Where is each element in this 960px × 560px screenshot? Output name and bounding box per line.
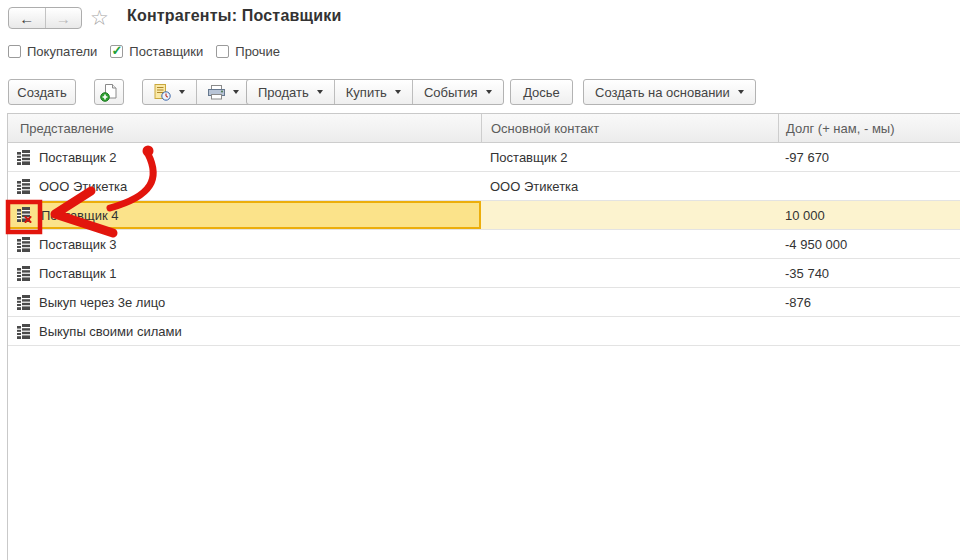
history-nav: ← → [8, 7, 82, 29]
company-icon [17, 324, 30, 339]
cell-presentation[interactable]: Выкуп через 3е лицо [8, 288, 481, 316]
cell-debt[interactable] [778, 317, 960, 345]
back-button[interactable]: ← [9, 8, 46, 28]
chevron-down-icon [179, 90, 185, 94]
filter-suppliers[interactable]: ✓ Поставщики [110, 44, 203, 59]
create-based-on-group: Создать на основании [583, 79, 756, 105]
company-icon [17, 179, 30, 194]
row-name: Поставщик 3 [39, 237, 117, 252]
report-document-icon [154, 84, 171, 101]
filter-label: Прочие [235, 44, 280, 59]
filter-others[interactable]: Прочие [216, 44, 280, 59]
cell-presentation[interactable]: ООО Этикетка [8, 172, 481, 200]
new-group-icon [100, 83, 118, 102]
create-group-button[interactable] [94, 79, 124, 105]
row-name: Поставщик 1 [39, 266, 117, 281]
cell-main-contact[interactable]: ООО Этикетка [481, 172, 778, 200]
company-marked-for-deletion-icon [17, 207, 32, 223]
table-header: Представление Основной контакт Долг (+ н… [8, 114, 960, 143]
create-based-on-label: Создать на основании [595, 85, 730, 100]
cell-debt[interactable]: -4 950 000 [778, 230, 960, 258]
reports-print-group [142, 79, 251, 105]
forward-button[interactable]: → [46, 8, 82, 28]
cell-presentation[interactable]: Поставщик 3 [8, 230, 481, 258]
row-name: Выкупы своими силами [39, 324, 182, 339]
table-row[interactable]: Выкуп через 3е лицо -876 [8, 288, 960, 317]
row-debt: -97 670 [785, 150, 829, 165]
row-debt: -35 740 [785, 266, 829, 281]
buy-dropdown-button[interactable]: Купить [335, 80, 413, 104]
chevron-down-icon [738, 90, 744, 94]
create-based-on-button[interactable]: Создать на основании [584, 80, 755, 104]
cell-debt[interactable]: -97 670 [778, 143, 960, 171]
counterparties-table: Представление Основной контакт Долг (+ н… [7, 113, 960, 560]
checkbox-unchecked-icon[interactable] [8, 45, 21, 58]
cell-main-contact[interactable]: Поставщик 2 [481, 143, 778, 171]
print-icon [208, 85, 225, 100]
buy-label: Купить [346, 85, 387, 100]
cell-debt[interactable]: 10 000 [778, 201, 960, 229]
reports-dropdown-button[interactable] [143, 80, 197, 104]
actions-group: Продать Купить События [246, 79, 504, 105]
favorite-star-icon[interactable]: ☆ [90, 5, 109, 30]
cell-presentation-current[interactable]: Поставщик 4 [8, 201, 481, 229]
row-name: ООО Этикетка [39, 179, 127, 194]
filter-label: Поставщики [129, 44, 203, 59]
chevron-down-icon [395, 90, 401, 94]
table-row-selected[interactable]: Поставщик 4 10 000 [8, 201, 960, 230]
checkbox-unchecked-icon[interactable] [216, 45, 229, 58]
events-dropdown-button[interactable]: События [413, 80, 503, 104]
back-arrow-icon: ← [19, 11, 34, 26]
sell-label: Продать [258, 85, 309, 100]
chevron-down-icon [233, 90, 239, 94]
company-icon [17, 150, 30, 165]
cell-presentation[interactable]: Поставщик 1 [8, 259, 481, 287]
column-header-debt[interactable]: Долг (+ нам, - мы) [778, 114, 960, 142]
filter-buyers[interactable]: Покупатели [8, 44, 97, 59]
filter-label: Покупатели [27, 44, 97, 59]
company-icon [17, 266, 30, 281]
cell-debt[interactable]: -876 [778, 288, 960, 316]
row-debt: -4 950 000 [785, 237, 847, 252]
dossier-button[interactable]: Досье [510, 79, 573, 105]
page-title: Контрагенты: Поставщики [127, 7, 342, 25]
company-icon [17, 295, 30, 310]
row-name: Поставщик 2 [39, 150, 117, 165]
row-debt: 10 000 [785, 208, 825, 223]
table-row[interactable]: Выкупы своими силами [8, 317, 960, 346]
table-row[interactable]: Поставщик 2 Поставщик 2 -97 670 [8, 143, 960, 172]
create-button[interactable]: Создать [8, 79, 76, 105]
row-contact: ООО Этикетка [490, 179, 578, 194]
sell-dropdown-button[interactable]: Продать [247, 80, 335, 104]
cell-debt[interactable] [778, 172, 960, 200]
row-contact: Поставщик 2 [490, 150, 568, 165]
table-row[interactable]: Поставщик 1 -35 740 [8, 259, 960, 288]
column-header-main-contact[interactable]: Основной контакт [481, 114, 778, 142]
row-name: Выкуп через 3е лицо [39, 295, 165, 310]
cell-presentation[interactable]: Поставщик 2 [8, 143, 481, 171]
cell-main-contact[interactable] [481, 259, 778, 287]
cell-main-contact[interactable] [481, 201, 778, 229]
cell-main-contact[interactable] [481, 288, 778, 316]
table-row[interactable]: Поставщик 3 -4 950 000 [8, 230, 960, 259]
column-header-presentation[interactable]: Представление [8, 114, 481, 142]
cell-debt[interactable]: -35 740 [778, 259, 960, 287]
check-mark-icon: ✓ [111, 44, 122, 57]
print-dropdown-button[interactable] [197, 80, 250, 104]
row-name: Поставщик 4 [41, 208, 119, 223]
cell-main-contact[interactable] [481, 230, 778, 258]
table-row[interactable]: ООО Этикетка ООО Этикетка [8, 172, 960, 201]
events-label: События [424, 85, 478, 100]
cell-presentation[interactable]: Выкупы своими силами [8, 317, 481, 345]
cell-main-contact[interactable] [481, 317, 778, 345]
chevron-down-icon [317, 90, 323, 94]
row-debt: -876 [785, 295, 811, 310]
chevron-down-icon [486, 90, 492, 94]
filter-bar: Покупатели ✓ Поставщики Прочие [8, 44, 280, 59]
checkbox-checked-icon[interactable]: ✓ [110, 45, 123, 58]
company-icon [17, 237, 30, 252]
forward-arrow-icon: → [56, 11, 71, 26]
